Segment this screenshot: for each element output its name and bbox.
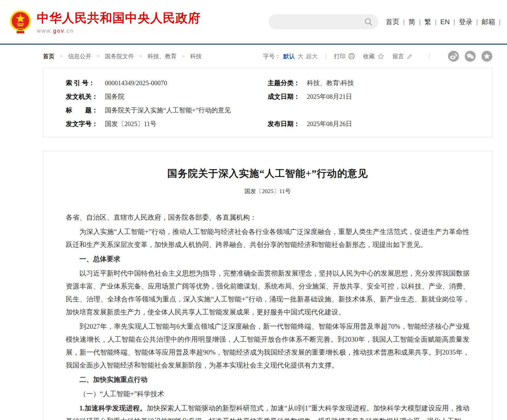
meta-index-number: 索 引 号： 000014349/2025-00070: [43, 76, 268, 90]
breadcrumb: 首页＞ 信息公开＞ 国务院文件＞ 科技、教育＞ 科技: [43, 52, 263, 60]
meta-label: 发文机关：: [66, 92, 99, 101]
site-url: www.gov.cn: [37, 28, 201, 34]
breadcrumb-info-disclosure[interactable]: 信息公开: [68, 52, 91, 60]
meta-written-date: 成文日期： 2025年08月21日: [268, 90, 492, 104]
breadcrumb-current-sci: 科技: [190, 52, 202, 60]
page-tools: 字号： 默认 大 超大 | 打印 收藏 留言: [263, 52, 437, 60]
doc-paragraph: 一、总体要求: [66, 252, 470, 265]
site-url-gov: gov: [53, 28, 64, 34]
site-url-cn: .cn: [64, 28, 74, 34]
meta-value: 2025年08月26日: [307, 120, 352, 128]
star-icon: [377, 53, 384, 60]
breadcrumb-separator: ＞: [138, 53, 143, 59]
breadcrumb-separator: ＞: [181, 53, 186, 59]
doc-paragraph: 二、加快实施重点行动: [66, 373, 470, 386]
meta-label: 发文字号：: [66, 120, 99, 128]
doc-paragraph: 以习近平新时代中国特色社会主义思想为指导，完整准确全面贯彻新发展理念，坚持以人民…: [66, 267, 470, 318]
meta-value: 国务院关于深入实施“人工智能+”行动的意见: [105, 106, 231, 115]
nav-mail[interactable]: 邮箱: [481, 17, 495, 27]
meta-value: 国务院: [105, 92, 124, 101]
nav-separator: |: [403, 18, 405, 26]
search-box[interactable]: [268, 14, 378, 29]
nav-separator: |: [454, 18, 455, 26]
doc-paragraph: 1.加速科学发现进程。加快探索人工智能驱动的新型科研范式，加速“从0到1”重大科…: [66, 402, 470, 420]
document-meta-box: 索 引 号： 000014349/2025-00070 发文机关： 国务院 标 …: [43, 68, 492, 137]
share-bar: [442, 51, 492, 62]
print-button[interactable]: 打印: [334, 52, 355, 60]
pencil-icon: [406, 53, 413, 60]
breadcrumb-state-council-docs[interactable]: 国务院文件: [105, 52, 134, 60]
meta-value: 国发〔2025〕11号: [105, 120, 156, 128]
site-header: 中华人民共和国中央人民政府 www.gov.cn 首页| 简| 繁| EN| 登…: [0, 0, 507, 44]
document-body: 各省、自治区、直辖市人民政府，国务院各部委、各直属机构：为深入实施“人工智能+”…: [66, 211, 470, 420]
breadcrumb-separator: ＞: [59, 53, 64, 59]
top-nav: 首页| 简| 繁| EN| 登录| 邮箱|: [386, 17, 504, 27]
site-title: 中华人民共和国中央人民政府: [37, 10, 201, 27]
document-content-box: 国务院关于深入实施“人工智能+”行动的意见 国发〔2025〕11号 各省、自治区…: [43, 151, 492, 420]
document-number: 国发〔2025〕11号: [66, 187, 470, 195]
meta-label: 索 引 号：: [66, 79, 99, 88]
site-brand[interactable]: 中华人民共和国中央人民政府 www.gov.cn: [8, 10, 201, 34]
breadcrumb-home[interactable]: 首页: [43, 52, 55, 60]
meta-value: 科技、教育\科技: [307, 79, 354, 88]
meta-issuing-agency: 发文机关： 国务院: [43, 90, 268, 104]
meta-publish-date: 发布日期： 2025年08月26日: [268, 117, 492, 131]
meta-empty-row: [268, 104, 492, 117]
site-url-www: www.: [37, 28, 53, 34]
nav-simplified[interactable]: 简: [409, 17, 415, 27]
breadcrumb-sci-edu[interactable]: 科技、教育: [148, 52, 176, 60]
document-title: 国务院关于深入实施“人工智能+”行动的意见: [66, 167, 470, 181]
nav-home[interactable]: 首页: [386, 17, 399, 27]
font-size-label: 字号：: [263, 52, 280, 60]
search-input[interactable]: [275, 14, 360, 29]
comment-button[interactable]: 留言: [393, 52, 413, 60]
font-size-default[interactable]: 默认: [283, 52, 295, 60]
weibo-icon[interactable]: [448, 51, 459, 62]
qzone-star-icon[interactable]: [481, 51, 492, 62]
printer-icon: [348, 53, 355, 60]
nav-english[interactable]: EN: [440, 18, 450, 26]
meta-title: 标 题： 国务院关于深入实施“人工智能+”行动的意见: [43, 104, 268, 117]
meta-doc-number: 发文字号： 国发〔2025〕11号: [43, 117, 268, 131]
wechat-icon[interactable]: [465, 51, 476, 62]
breadcrumb-separator: ＞: [96, 53, 101, 59]
meta-topic-category: 主题分类： 科技、教育\科技: [268, 76, 492, 90]
doc-paragraph: 到2027年，率先实现人工智能与6大重点领域广泛深度融合，新一代智能终端、智能体…: [66, 320, 470, 372]
toolbar: 首页＞ 信息公开＞ 国务院文件＞ 科技、教育＞ 科技 字号： 默认 大 超大 |…: [0, 45, 507, 68]
nav-separator: |: [476, 18, 478, 26]
meta-label: 主题分类：: [268, 79, 301, 88]
search-icon[interactable]: [364, 17, 373, 28]
favorite-button[interactable]: 收藏: [363, 52, 384, 60]
national-emblem-icon: [8, 10, 33, 34]
favorite-label: 收藏: [363, 52, 375, 60]
font-size-xlarge[interactable]: 超大: [306, 52, 318, 60]
meta-label: 发布日期：: [268, 120, 301, 128]
meta-value: 000014349/2025-00070: [105, 79, 167, 87]
print-label: 打印: [334, 52, 346, 60]
font-size-large[interactable]: 大: [297, 52, 303, 60]
doc-paragraph: 各省、自治区、直辖市人民政府，国务院各部委、各直属机构：: [66, 211, 470, 224]
meta-value: 2025年08月21日: [307, 92, 352, 101]
nav-traditional[interactable]: 繁: [424, 17, 431, 27]
meta-label: 标 题：: [66, 106, 99, 115]
nav-separator: |: [499, 18, 501, 26]
nav-separator: |: [419, 18, 421, 26]
nav-separator: |: [435, 18, 436, 26]
doc-paragraph: 为深入实施“人工智能+”行动，推动人工智能与经济社会各行业各领域广泛深度融合，重…: [66, 225, 470, 251]
tools-separator: |: [429, 53, 430, 60]
nav-login[interactable]: 登录: [459, 17, 473, 27]
tools-separator: |: [325, 53, 326, 60]
comment-label: 留言: [393, 52, 404, 60]
doc-paragraph: （一）“人工智能+”科学技术: [66, 387, 470, 400]
meta-label: 成文日期：: [268, 92, 301, 101]
